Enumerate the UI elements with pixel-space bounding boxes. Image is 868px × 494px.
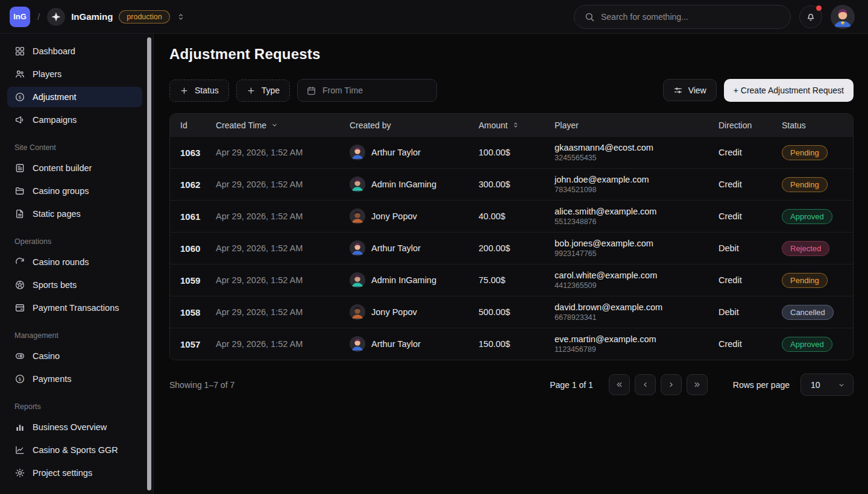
column-header-direction[interactable]: Direction (719, 120, 782, 130)
creator-avatar (350, 177, 365, 192)
sidebar-item-casino[interactable]: Casino (7, 346, 142, 366)
sidebar-item-campaigns[interactable]: Campaigns (7, 110, 142, 130)
sidebar-item-project-settings[interactable]: Project settings (7, 463, 142, 483)
first-page-button[interactable] (609, 374, 630, 395)
search-icon (584, 11, 595, 22)
cell-created-by: Arthur Taylor (350, 336, 479, 352)
column-header-player[interactable]: Player (555, 120, 719, 130)
sidebar-item-label: Project settings (33, 468, 92, 478)
cell-amount: 200.00$ (479, 243, 555, 253)
table-header: Id Created Time Created by Amount Player… (170, 114, 853, 136)
create-adjustment-request-button[interactable]: + Create Adjustment Request (724, 79, 854, 102)
cell-player: bob.jones@example.com 9923147765 (555, 238, 719, 258)
cell-id: 1058 (170, 307, 216, 317)
sidebar-item-business-overview[interactable]: Business Overview (7, 417, 142, 437)
creator-avatar (350, 240, 365, 256)
svg-text:$: $ (18, 377, 21, 382)
notifications-button[interactable] (799, 5, 822, 28)
cell-id: 1059 (170, 275, 216, 286)
column-header-amount[interactable]: Amount (479, 120, 555, 130)
sidebar-item-players[interactable]: Players (7, 64, 142, 84)
column-header-status[interactable]: Status (782, 120, 853, 130)
players-icon (14, 69, 25, 80)
cell-amount: 300.00$ (479, 180, 555, 189)
dollar-circle-icon: $ (14, 374, 25, 384)
table-row[interactable]: 1062 Apr 29, 2026, 1:52 AM Admin InGamin… (170, 168, 853, 200)
sidebar-item-static-pages[interactable]: Static pages (7, 204, 142, 224)
sidebar-item-label: Campaigns (33, 115, 77, 125)
dashboard-icon (14, 46, 25, 57)
cell-direction: Debit (719, 307, 782, 317)
rows-per-page-select[interactable]: 10 (800, 374, 854, 396)
column-header-created-by[interactable]: Created by (350, 120, 479, 130)
user-avatar[interactable] (831, 5, 855, 29)
sidebar-item-content-builder[interactable]: Content builder (7, 158, 142, 178)
status-badge: Rejected (782, 241, 829, 256)
type-filter-button[interactable]: Type (236, 80, 290, 102)
creator-avatar (350, 272, 365, 288)
sidebar-item-label: Sports bets (33, 280, 77, 290)
creator-name: Jony Popov (371, 211, 417, 221)
cell-player: david.brown@example.com 6678923341 (555, 302, 719, 322)
sidebar-item-dashboard[interactable]: Dashboard (7, 41, 142, 61)
table-row[interactable]: 1057 Apr 29, 2026, 1:52 AM Arthur Taylor… (170, 328, 853, 360)
org-switcher[interactable]: InGaming production (47, 8, 186, 26)
sidebar-scrollbar[interactable] (147, 37, 151, 490)
creator-avatar (350, 304, 365, 320)
cell-amount: 150.00$ (479, 339, 555, 349)
view-button[interactable]: View (663, 79, 717, 101)
notification-dot (816, 5, 822, 11)
player-id: 1123456789 (555, 345, 719, 354)
sidebar-item-casino-sports-ggr[interactable]: Casino & Sports GGR (7, 440, 142, 460)
sidebar-item-sports-bets[interactable]: Sports bets (7, 275, 142, 295)
player-email: gkaasmann4@ecost.com (555, 142, 719, 153)
table-row[interactable]: 1060 Apr 29, 2026, 1:52 AM Arthur Taylor… (170, 232, 853, 264)
cell-created-by: Arthur Taylor (350, 145, 479, 160)
sort-desc-icon (271, 121, 278, 129)
search-input[interactable] (601, 12, 781, 22)
card-icon (14, 302, 25, 313)
sort-both-icon (512, 121, 520, 129)
main-content: Adjustment Requests Status Type From Tim… (154, 34, 868, 494)
app-logo[interactable]: InG (10, 7, 30, 27)
table-row[interactable]: 1059 Apr 29, 2026, 1:52 AM Admin InGamin… (170, 264, 853, 296)
plus-icon (180, 86, 189, 95)
page-indicator: Page 1 of 1 (550, 380, 593, 390)
column-header-created-time[interactable]: Created Time (216, 120, 350, 130)
line-chart-icon (14, 445, 25, 455)
player-email: david.brown@example.com (555, 302, 719, 313)
sidebar-item-payment-transactions[interactable]: Payment Transactions (7, 298, 142, 318)
status-filter-button[interactable]: Status (169, 80, 229, 102)
column-header-id[interactable]: Id (170, 120, 216, 130)
cell-created-time: Apr 29, 2026, 1:52 AM (216, 307, 350, 317)
last-page-button[interactable] (687, 374, 708, 395)
sidebar-item-adjustment[interactable]: $ Adjustment (7, 87, 142, 107)
table-row[interactable]: 1063 Apr 29, 2026, 1:52 AM Arthur Taylor… (170, 136, 853, 168)
cell-status: Pending (782, 145, 853, 160)
from-time-picker[interactable]: From Time (297, 79, 437, 102)
creator-name: Arthur Taylor (371, 339, 421, 349)
sidebar-item-casino-rounds[interactable]: Casino rounds (7, 252, 142, 272)
cell-amount: 75.00$ (479, 275, 555, 285)
cell-status: Approved (782, 209, 853, 224)
cell-created-by: Arthur Taylor (350, 240, 479, 256)
table-row[interactable]: 1061 Apr 29, 2026, 1:52 AM Jony Popov 40… (170, 200, 853, 232)
sidebar-item-label: Adjustment (33, 92, 77, 102)
sidebar-item-casino-groups[interactable]: Casino groups (7, 181, 142, 201)
sidebar-item-payments[interactable]: $ Payments (7, 369, 142, 389)
cell-id: 1060 (170, 243, 216, 254)
calendar-icon (306, 86, 316, 96)
soccer-ball-icon (14, 280, 25, 290)
cell-id: 1062 (170, 180, 216, 190)
sidebar-item-label: Dashboard (33, 46, 75, 56)
environment-badge: production (119, 10, 169, 23)
sidebar-item-label: Content builder (33, 163, 92, 173)
sidebar-section-site-content: Site Content (7, 143, 142, 152)
cell-status: Cancelled (782, 305, 853, 320)
previous-page-button[interactable] (635, 374, 656, 395)
table-row[interactable]: 1058 Apr 29, 2026, 1:52 AM Jony Popov 50… (170, 296, 853, 328)
cell-created-time: Apr 29, 2026, 1:52 AM (216, 275, 350, 285)
table-footer: Showing 1–7 of 7 Page 1 of 1 Rows per pa… (169, 374, 854, 396)
topbar: InG / InGaming production (0, 0, 868, 34)
next-page-button[interactable] (661, 374, 682, 395)
